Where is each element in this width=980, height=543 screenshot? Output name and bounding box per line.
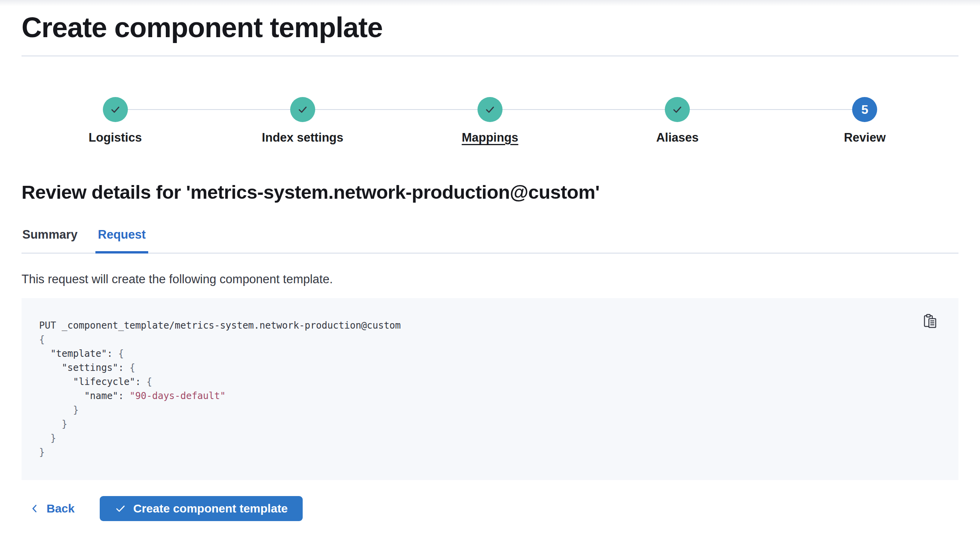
page-title: Create component template xyxy=(22,0,958,43)
step-mappings[interactable]: Mappings xyxy=(396,97,583,145)
wizard-footer: Back Create component template xyxy=(22,496,958,521)
check-icon xyxy=(296,103,309,116)
step-complete-circle xyxy=(477,97,503,122)
code-line: { xyxy=(39,333,912,347)
copy-button[interactable] xyxy=(921,312,940,331)
step-label: Logistics xyxy=(89,131,142,145)
step-current-circle: 5 xyxy=(852,97,877,122)
title-divider xyxy=(22,56,958,56)
check-icon xyxy=(115,503,126,514)
back-button[interactable]: Back xyxy=(29,502,75,515)
back-label: Back xyxy=(47,502,75,515)
request-description: This request will create the following c… xyxy=(22,272,958,287)
check-icon xyxy=(671,103,684,116)
chevron-left-icon xyxy=(29,503,40,514)
create-component-template-button[interactable]: Create component template xyxy=(100,496,303,521)
code-line: "lifecycle": { xyxy=(39,375,912,389)
step-label: Mappings xyxy=(462,131,519,145)
create-component-template-page: Create component template Logistics Inde… xyxy=(0,0,980,521)
request-code-block: PUT _component_template/metrics-system.n… xyxy=(22,298,958,480)
step-label: Index settings xyxy=(262,131,343,145)
step-complete-circle xyxy=(103,97,128,122)
review-details-heading: Review details for 'metrics-system.netwo… xyxy=(22,181,958,203)
step-label: Aliases xyxy=(656,131,699,145)
step-label: Review xyxy=(844,131,886,145)
step-aliases[interactable]: Aliases xyxy=(584,97,771,145)
code-line: } xyxy=(39,445,912,459)
check-icon xyxy=(484,103,496,116)
step-number: 5 xyxy=(862,102,869,117)
step-review[interactable]: 5 Review xyxy=(771,97,958,145)
code-line: } xyxy=(39,403,912,417)
step-index-settings[interactable]: Index settings xyxy=(209,97,396,145)
check-icon xyxy=(109,103,122,116)
code-line: "settings": { xyxy=(39,361,912,375)
code-line: "template": { xyxy=(39,347,912,361)
code-lines: PUT _component_template/metrics-system.n… xyxy=(39,318,912,459)
step-complete-circle xyxy=(665,97,690,122)
copy-clipboard-icon xyxy=(923,314,938,329)
step-complete-circle xyxy=(290,97,315,122)
code-line: } xyxy=(39,431,912,445)
code-line: PUT _component_template/metrics-system.n… xyxy=(39,318,912,333)
tab-request[interactable]: Request xyxy=(97,228,146,253)
step-logistics[interactable]: Logistics xyxy=(22,97,209,145)
review-tabs: Summary Request xyxy=(22,228,958,254)
code-line: "name": "90-days-default" xyxy=(39,389,912,403)
code-line: } xyxy=(39,417,912,431)
tab-summary[interactable]: Summary xyxy=(22,228,78,253)
horizontal-stepper: Logistics Index settings Mappings Aliase… xyxy=(22,97,958,145)
create-button-label: Create component template xyxy=(133,502,288,515)
